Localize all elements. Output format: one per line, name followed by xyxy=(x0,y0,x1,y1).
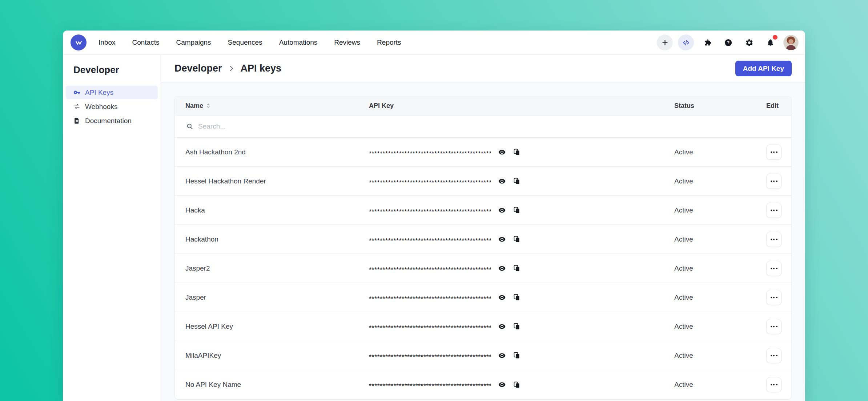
create-button[interactable] xyxy=(657,35,673,50)
status-label: Active xyxy=(664,206,756,214)
eye-icon xyxy=(498,235,506,243)
developer-button[interactable] xyxy=(678,35,694,50)
eye-icon xyxy=(498,352,506,360)
notifications-button[interactable] xyxy=(762,35,778,50)
sidebar-item-label: API Keys xyxy=(85,89,113,97)
sidebar-item-documentation[interactable]: Documentation xyxy=(66,114,158,127)
copy-key-button[interactable] xyxy=(513,177,521,185)
reveal-key-button[interactable] xyxy=(498,352,506,360)
copy-icon xyxy=(513,264,521,272)
table-row: Hacka **********************************… xyxy=(175,196,791,225)
reveal-key-button[interactable] xyxy=(498,206,506,214)
breadcrumb: Developer API keys xyxy=(174,63,281,74)
nav-item-reviews[interactable]: Reviews xyxy=(334,39,360,46)
nav-item-contacts[interactable]: Contacts xyxy=(132,39,159,46)
reveal-key-button[interactable] xyxy=(498,264,506,272)
copy-key-button[interactable] xyxy=(513,148,521,156)
sidebar-item-label: Documentation xyxy=(85,117,132,125)
column-header-status: Status xyxy=(664,102,756,110)
reveal-key-button[interactable] xyxy=(498,148,506,156)
api-key-name: Hacka xyxy=(175,206,358,214)
copy-key-button[interactable] xyxy=(513,381,521,389)
masked-api-key: ****************************************… xyxy=(369,296,491,302)
settings-button[interactable] xyxy=(741,35,757,50)
sidebar-item-webhooks[interactable]: Webhooks xyxy=(66,100,158,113)
copy-key-button[interactable] xyxy=(513,323,521,330)
plus-icon xyxy=(661,39,669,46)
row-actions-button[interactable] xyxy=(766,261,781,276)
eye-icon xyxy=(498,206,506,214)
nav-item-inbox[interactable]: Inbox xyxy=(99,39,115,46)
api-key-name: Hessel API Key xyxy=(175,323,358,331)
nav-item-reports[interactable]: Reports xyxy=(377,39,401,46)
copy-key-button[interactable] xyxy=(513,293,521,301)
sidebar-item-label: Webhooks xyxy=(85,103,117,111)
sort-icon[interactable] xyxy=(206,103,210,108)
row-actions-button[interactable] xyxy=(766,290,781,305)
copy-icon xyxy=(513,148,521,156)
table-row: Ash Hackathon 2nd **********************… xyxy=(175,138,791,167)
api-key-name: Ash Hackathon 2nd xyxy=(175,148,358,156)
row-actions-button[interactable] xyxy=(766,232,781,247)
avatar xyxy=(783,35,799,50)
api-key-cell: ****************************************… xyxy=(358,293,664,301)
search-input[interactable] xyxy=(198,122,453,130)
status-label: Active xyxy=(664,148,756,156)
table-row: Hessel Hackathon Render ****************… xyxy=(175,167,791,196)
api-key-name: Hessel Hackathon Render xyxy=(175,177,358,185)
app-logo-icon[interactable] xyxy=(71,35,87,50)
copy-icon xyxy=(513,352,521,359)
masked-api-key: ****************************************… xyxy=(369,150,491,157)
api-key-name: MilaAPIKey xyxy=(175,352,358,360)
table-row: No API Key Name ************************… xyxy=(175,370,791,399)
add-api-key-button[interactable]: Add API Key xyxy=(735,61,792,76)
help-button[interactable]: ? xyxy=(720,35,736,50)
profile-avatar[interactable] xyxy=(783,35,799,50)
app-window: InboxContactsCampaignsSequencesAutomatio… xyxy=(63,31,805,401)
api-key-name: Jasper xyxy=(175,293,358,301)
table-row: MilaAPIKey *****************************… xyxy=(175,341,791,370)
sidebar-menu: API Keys Webhooks Documentation xyxy=(63,86,161,127)
row-actions-button[interactable] xyxy=(766,145,781,160)
status-label: Active xyxy=(664,177,756,185)
row-actions-button[interactable] xyxy=(766,174,781,189)
masked-api-key: ****************************************… xyxy=(369,383,491,389)
breadcrumb-section[interactable]: Developer xyxy=(174,63,222,74)
copy-key-button[interactable] xyxy=(513,352,521,359)
nav-item-sequences[interactable]: Sequences xyxy=(228,39,262,46)
nav-item-automations[interactable]: Automations xyxy=(279,39,318,46)
nav-item-campaigns[interactable]: Campaigns xyxy=(176,39,211,46)
copy-key-button[interactable] xyxy=(513,264,521,272)
chevron-right-icon xyxy=(228,65,235,72)
eye-icon xyxy=(498,381,506,389)
status-label: Active xyxy=(664,381,756,389)
code-icon xyxy=(682,39,690,47)
row-actions-button[interactable] xyxy=(766,348,781,363)
api-key-name: Hackathon xyxy=(175,235,358,243)
reveal-key-button[interactable] xyxy=(498,293,506,301)
row-actions-button[interactable] xyxy=(766,203,781,218)
reveal-key-button[interactable] xyxy=(498,323,506,331)
copy-key-button[interactable] xyxy=(513,235,521,243)
svg-text:?: ? xyxy=(727,40,730,45)
integrations-button[interactable] xyxy=(699,35,715,50)
question-icon: ? xyxy=(724,39,732,47)
copy-icon xyxy=(513,235,521,243)
api-key-cell: ****************************************… xyxy=(358,381,664,389)
key-icon xyxy=(73,89,80,96)
copy-key-button[interactable] xyxy=(513,206,521,214)
eye-icon xyxy=(498,177,506,185)
reveal-key-button[interactable] xyxy=(498,235,506,243)
sidebar-item-api-keys[interactable]: API Keys xyxy=(66,86,158,99)
column-header-name[interactable]: Name xyxy=(175,102,358,110)
row-actions-button[interactable] xyxy=(766,319,781,334)
api-keys-table: Name API Key Status Edit xyxy=(174,96,792,400)
masked-api-key: ****************************************… xyxy=(369,238,491,244)
api-key-cell: ****************************************… xyxy=(358,235,664,243)
search-icon xyxy=(186,123,193,130)
row-actions-button[interactable] xyxy=(766,377,781,392)
reveal-key-button[interactable] xyxy=(498,177,506,185)
reveal-key-button[interactable] xyxy=(498,381,506,389)
masked-api-key: ****************************************… xyxy=(369,354,491,360)
table-body: Ash Hackathon 2nd **********************… xyxy=(175,138,791,399)
